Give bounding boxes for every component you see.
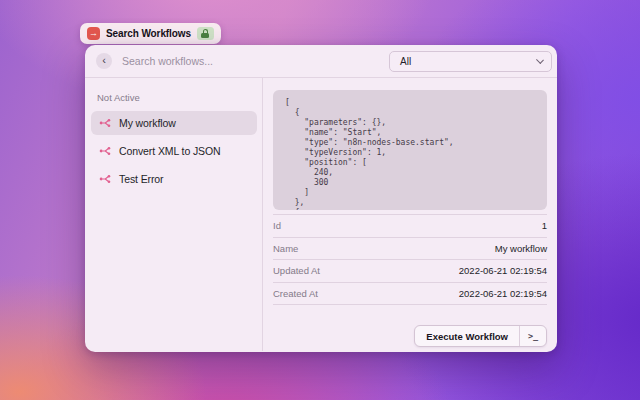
back-button[interactable]: ‹ bbox=[96, 53, 112, 69]
pill-label: Search Workflows bbox=[106, 28, 191, 39]
workflow-icon bbox=[99, 145, 111, 157]
meta-label: Name bbox=[273, 243, 298, 254]
meta-row-created-at: Created At 2022-06-21 02:19:54 bbox=[273, 283, 547, 306]
lock-badge bbox=[197, 27, 214, 40]
workflow-list-sidebar: Not Active My workflow bbox=[85, 78, 263, 351]
meta-row-id: Id 1 bbox=[273, 215, 547, 238]
meta-label: Id bbox=[273, 220, 281, 231]
section-header: Not Active bbox=[97, 92, 257, 103]
code-line: "name": "Start", bbox=[285, 128, 535, 138]
window-body: Not Active My workflow bbox=[85, 78, 557, 351]
search-input[interactable] bbox=[122, 55, 389, 67]
sidebar-item-test-error[interactable]: Test Error bbox=[91, 167, 257, 191]
filter-selected-value: All bbox=[400, 56, 537, 67]
workflow-icon bbox=[99, 117, 111, 129]
code-line: 240, bbox=[285, 168, 535, 178]
window-header: ‹ All bbox=[85, 45, 557, 78]
meta-value: 2022-06-21 02:19:54 bbox=[459, 265, 547, 276]
code-line: "typeVersion": 1, bbox=[285, 148, 535, 158]
workflow-app-icon: → bbox=[87, 27, 100, 40]
metadata-list: Id 1 Name My workflow Updated At 2022-06… bbox=[273, 214, 547, 305]
meta-label: Updated At bbox=[273, 265, 320, 276]
chevron-down-icon bbox=[536, 56, 544, 64]
sidebar-item-label: My workflow bbox=[119, 117, 176, 129]
code-line: }, bbox=[285, 198, 535, 208]
workflow-json-preview[interactable]: [ { "parameters": {}, "name": "Start", "… bbox=[273, 90, 547, 210]
meta-row-name: Name My workflow bbox=[273, 238, 547, 261]
sidebar-item-label: Convert XML to JSON bbox=[119, 145, 221, 157]
code-line: { bbox=[285, 208, 535, 210]
code-line: "parameters": {}, bbox=[285, 118, 535, 128]
filter-dropdown[interactable]: All bbox=[389, 51, 552, 72]
launcher-pill[interactable]: → Search Workflows bbox=[80, 23, 221, 44]
meta-row-updated-at: Updated At 2022-06-21 02:19:54 bbox=[273, 260, 547, 283]
code-line: ] bbox=[285, 188, 535, 198]
workflow-detail-panel: [ { "parameters": {}, "name": "Start", "… bbox=[263, 78, 557, 351]
sidebar-item-my-workflow[interactable]: My workflow bbox=[91, 111, 257, 135]
meta-label: Created At bbox=[273, 288, 318, 299]
search-workflows-window: ‹ All Not Active bbox=[85, 45, 557, 352]
execute-workflow-button[interactable]: Execute Workflow bbox=[415, 326, 519, 346]
meta-value: My workflow bbox=[495, 243, 547, 254]
lock-icon bbox=[201, 29, 209, 38]
code-line: "position": [ bbox=[285, 158, 535, 168]
arrow-right-icon: → bbox=[89, 29, 98, 38]
action-button-group: Execute Workflow >_ bbox=[414, 325, 547, 347]
code-line: { bbox=[285, 108, 535, 118]
code-line: 300 bbox=[285, 178, 535, 188]
meta-value: 1 bbox=[542, 220, 547, 231]
sidebar-item-convert-xml-to-json[interactable]: Convert XML to JSON bbox=[91, 139, 257, 163]
sidebar-item-label: Test Error bbox=[119, 173, 164, 185]
code-line: "type": "n8n-nodes-base.start", bbox=[285, 138, 535, 148]
code-line: [ bbox=[285, 98, 535, 108]
meta-value: 2022-06-21 02:19:54 bbox=[459, 288, 547, 299]
workflow-icon bbox=[99, 173, 111, 185]
chevron-left-icon: ‹ bbox=[102, 55, 106, 66]
terminal-prompt-icon[interactable]: >_ bbox=[519, 326, 546, 346]
